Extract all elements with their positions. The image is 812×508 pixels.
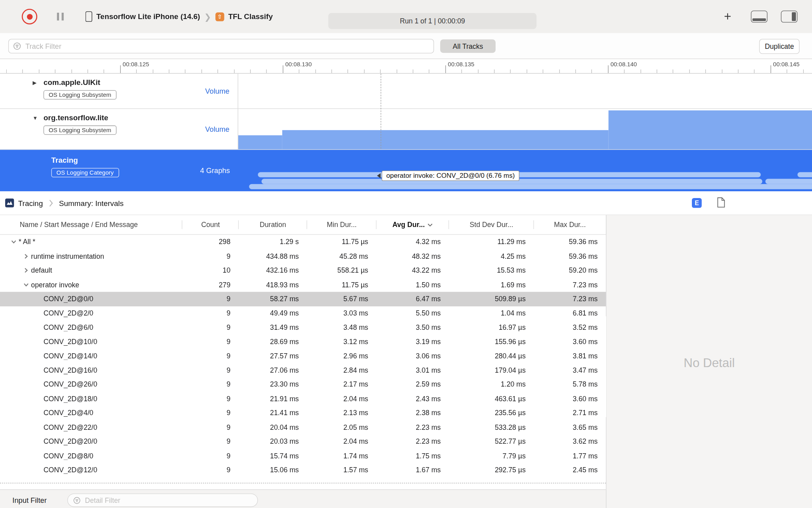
expanded-detail-button[interactable]: E (692, 198, 702, 208)
table-row[interactable]: CONV_2D@18/0921.91 ms2.04 ms2.43 ms463.6… (0, 392, 606, 406)
ruler-label: 00:08.125 (123, 61, 149, 67)
row-value-cell: 3.62 ms (534, 438, 606, 446)
interval-capsule[interactable] (798, 172, 812, 177)
record-button[interactable] (22, 9, 37, 24)
pause-button[interactable] (57, 13, 64, 21)
column-header[interactable]: Duration (239, 215, 307, 234)
disclosure-collapsed-icon[interactable] (22, 267, 30, 273)
track-tracing-selected[interactable]: Tracing OS Logging Category 4 Graphs ope… (0, 150, 812, 191)
ruler-tick (754, 69, 755, 73)
ruler-tick (657, 69, 657, 73)
table-row[interactable]: CONV_2D@14/0927.57 ms2.96 ms3.06 ms280.4… (0, 349, 606, 363)
track-meta[interactable]: Volume (205, 125, 230, 133)
row-value-cell: 15.74 ms (239, 452, 307, 460)
row-value-cell: 9 (182, 352, 239, 360)
disclosure-collapsed-icon[interactable] (22, 253, 30, 259)
table-row[interactable]: * All *2981.29 s11.75 µs4.32 ms11.29 ms5… (0, 235, 606, 249)
track-filter-bar: All Tracks Duplicate (0, 33, 812, 59)
ruler-tick (445, 65, 446, 73)
row-name: operator invoke (31, 281, 79, 289)
ruler-label: 00:08.130 (285, 61, 312, 67)
table-row[interactable]: CONV_2D@0/0958.27 ms5.67 ms6.47 ms509.89… (0, 292, 606, 306)
track-tensorflow[interactable]: ▼ org.tensorflow.lite OS Logging Subsyst… (0, 109, 812, 150)
row-name-cell: CONV_2D@16/0 (0, 366, 182, 374)
more-rows-indicator (0, 482, 606, 483)
toggle-right-pane-button[interactable] (781, 11, 798, 23)
volume-bars[interactable] (238, 109, 812, 149)
disclosure-collapsed-icon[interactable]: ▶ (33, 79, 39, 85)
row-value-cell: 3.60 ms (534, 338, 606, 346)
row-value-cell: 1.50 ms (377, 281, 449, 289)
row-name-cell: CONV_2D@12/0 (0, 466, 182, 474)
column-header[interactable]: Name / Start Message / End Message (0, 215, 182, 234)
bottom-pane-icon (753, 18, 766, 21)
table-row[interactable]: CONV_2D@12/0915.06 ms1.57 ms1.67 ms292.7… (0, 463, 606, 477)
add-instrument-button[interactable]: + (724, 10, 731, 24)
column-header-label: Avg Dur... (393, 221, 425, 229)
table-row[interactable]: CONV_2D@22/0920.04 ms2.05 ms2.23 ms533.2… (0, 420, 606, 435)
ruler-tick (413, 69, 413, 73)
toggle-bottom-pane-button[interactable] (751, 11, 768, 23)
instruments-window: Tensorflow Lite iPhone (14.6) ❯ ⇧ TFL Cl… (0, 0, 812, 508)
row-value-cell: 1.77 ms (534, 452, 606, 460)
toolbar: Tensorflow Lite iPhone (14.6) ❯ ⇧ TFL Cl… (0, 0, 812, 33)
input-filter-label[interactable]: Input Filter (12, 496, 46, 504)
all-tracks-button[interactable]: All Tracks (440, 39, 496, 53)
ruler-tick (218, 69, 218, 73)
table-row[interactable]: CONV_2D@20/0920.03 ms2.04 ms2.23 ms522.7… (0, 435, 606, 449)
target-name[interactable]: TFL Classify (228, 12, 273, 21)
row-value-cell: 418.93 ms (239, 281, 307, 289)
table-row[interactable]: CONV_2D@6/0931.49 ms3.48 ms3.50 ms16.97 … (0, 320, 606, 335)
detail-filter-field[interactable] (67, 493, 258, 507)
breadcrumb-root[interactable]: Tracing (18, 199, 43, 207)
tracing-graphs[interactable]: operator invoke: CONV_2D@0/0 (6.76 ms) (238, 150, 812, 191)
timeline-ruler[interactable]: 00:08.12500:08.13000:08.13500:08.14000:0… (0, 59, 812, 74)
track-meta[interactable]: 4 Graphs (200, 166, 230, 175)
row-name: CONV_2D@26/0 (44, 381, 98, 389)
track-filter-field[interactable] (8, 39, 434, 54)
row-value-cell: 9 (182, 466, 239, 474)
ruler-tick (592, 69, 592, 73)
column-header[interactable]: Max Dur... (534, 215, 606, 234)
track-filter-input[interactable] (24, 41, 429, 51)
disclosure-expanded-icon[interactable] (22, 282, 30, 287)
column-header[interactable]: Avg Dur... (377, 215, 449, 234)
column-header[interactable]: Count (182, 215, 239, 234)
track-lane[interactable] (238, 73, 812, 108)
table-row[interactable]: CONV_2D@2/0949.49 ms3.03 ms5.50 ms1.04 m… (0, 306, 606, 320)
column-header[interactable]: Std Dev Dur... (449, 215, 534, 234)
row-value-cell: 15.06 ms (239, 466, 307, 474)
breadcrumb-page[interactable]: Summary: Intervals (59, 199, 124, 207)
row-name-cell: operator invoke (0, 281, 182, 289)
table-row[interactable]: CONV_2D@26/0923.30 ms2.17 ms2.59 ms1.20 … (0, 377, 606, 392)
row-value-cell: 2.71 ms (534, 409, 606, 417)
device-name[interactable]: Tensorflow Lite iPhone (14.6) (96, 12, 200, 21)
ruler-tick (380, 69, 381, 73)
interval-capsule[interactable] (766, 179, 812, 184)
table-row[interactable]: CONV_2D@4/0921.41 ms2.13 ms2.38 ms235.56… (0, 406, 606, 420)
disclosure-expanded-icon[interactable]: ▼ (33, 115, 39, 120)
row-value-cell: 2.96 ms (307, 352, 377, 360)
row-value-cell: 3.47 ms (534, 366, 606, 374)
disclosure-expanded-icon[interactable] (10, 239, 18, 244)
row-name-cell: * All * (0, 238, 182, 246)
interval-capsule[interactable] (249, 184, 812, 189)
duplicate-button[interactable]: Duplicate (759, 39, 800, 54)
ruler-tick (722, 69, 722, 73)
track-uikit[interactable]: ▶ com.apple.UIKit OS Logging Subsystem V… (0, 73, 812, 109)
row-name: CONV_2D@20/0 (44, 438, 98, 446)
table-row[interactable]: CONV_2D@16/0927.06 ms2.84 ms3.01 ms179.0… (0, 363, 606, 377)
table-row[interactable]: CONV_2D@8/0915.74 ms1.74 ms1.75 ms7.79 µ… (0, 448, 606, 463)
table-row[interactable]: CONV_2D@10/0928.69 ms3.12 ms3.19 ms155.9… (0, 335, 606, 349)
column-header[interactable]: Min Dur... (307, 215, 377, 234)
row-value-cell: 3.01 ms (377, 366, 449, 374)
ruler-tick (55, 69, 56, 73)
document-icon[interactable] (717, 197, 726, 210)
detail-filter-input[interactable] (84, 496, 252, 504)
table-row[interactable]: runtime instrumentation9434.88 ms45.28 m… (0, 249, 606, 264)
table-row[interactable]: default10432.16 ms558.21 µs43.22 ms15.53… (0, 264, 606, 278)
row-value-cell: 2.17 ms (307, 381, 377, 389)
ruler-tick (510, 69, 511, 73)
table-row[interactable]: operator invoke279418.93 ms11.75 µs1.50 … (0, 277, 606, 292)
track-meta[interactable]: Volume (205, 87, 230, 95)
